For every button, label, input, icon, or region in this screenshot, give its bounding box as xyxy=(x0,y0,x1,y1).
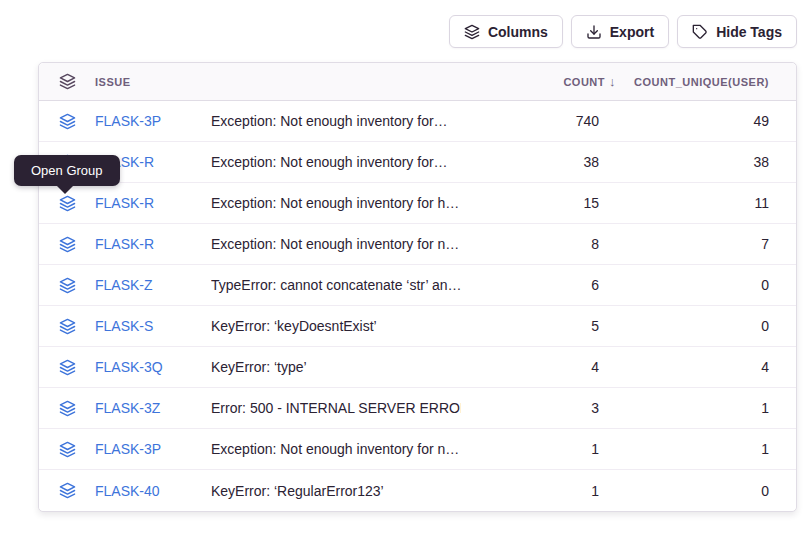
table-row: FLASK-S KeyError: ‘keyDoesntExist’ 5 0 xyxy=(39,306,796,347)
issue-link[interactable]: FLASK-Z xyxy=(95,277,193,293)
tag-icon xyxy=(692,24,708,40)
table-row: FLASK-40 KeyError: ‘RegularError123’ 1 0 xyxy=(39,470,796,511)
issue-description: KeyError: ‘RegularError123’ xyxy=(211,483,461,499)
table-row: FLASK-R Exception: Not enough inventory … xyxy=(39,224,796,265)
open-group-stack-icon[interactable] xyxy=(57,482,77,499)
toolbar: Columns Export Hide Tags xyxy=(449,15,797,48)
issue-description: Exception: Not enough inventory for n… xyxy=(211,236,461,252)
count-unique-value: 0 xyxy=(617,277,769,293)
count-unique-value: 7 xyxy=(617,236,769,252)
table-row: FLASK-R Exception: Not enough inventory … xyxy=(39,142,796,183)
count-value: 1 xyxy=(479,441,599,457)
issue-description: Exception: Not enough inventory for… xyxy=(211,154,461,170)
count-value: 5 xyxy=(479,318,599,334)
table-body: FLASK-3P Exception: Not enough inventory… xyxy=(39,101,796,511)
issue-description: Exception: Not enough inventory for… xyxy=(211,113,461,129)
issue-link[interactable]: FLASK-3Q xyxy=(95,359,193,375)
export-button[interactable]: Export xyxy=(571,15,669,48)
issue-description: KeyError: ‘keyDoesntExist’ xyxy=(211,318,461,334)
count-value: 15 xyxy=(479,195,599,211)
count-unique-value: 0 xyxy=(617,483,769,499)
open-group-tooltip-label: Open Group xyxy=(31,163,103,178)
page: Columns Export Hide Tags xyxy=(0,0,807,538)
count-value: 1 xyxy=(479,483,599,499)
open-group-tooltip: Open Group xyxy=(14,155,120,186)
table-row: FLASK-3Z Error: 500 - INTERNAL SERVER ER… xyxy=(39,388,796,429)
export-button-label: Export xyxy=(610,24,654,40)
columns-button-label: Columns xyxy=(488,24,548,40)
issue-description: Exception: Not enough inventory for n… xyxy=(211,441,461,457)
count-unique-value: 1 xyxy=(617,441,769,457)
layers-icon xyxy=(57,73,77,90)
open-group-stack-icon[interactable] xyxy=(57,195,77,212)
table-row: FLASK-3P Exception: Not enough inventory… xyxy=(39,101,796,142)
sort-descending-arrow-icon: ↓ xyxy=(609,74,616,89)
count-unique-value: 1 xyxy=(617,400,769,416)
count-value: 8 xyxy=(479,236,599,252)
count-unique-value: 11 xyxy=(617,195,769,211)
issue-description: KeyError: ‘type’ xyxy=(211,359,461,375)
issue-link[interactable]: FLASK-3Z xyxy=(95,400,193,416)
issue-description: TypeError: cannot concatenate ‘str’ an… xyxy=(211,277,461,293)
issues-table: ISSUE COUNT ↓ COUNT_UNIQUE(USER) FLASK-3… xyxy=(38,62,797,512)
count-value: 4 xyxy=(479,359,599,375)
count-unique-value: 0 xyxy=(617,318,769,334)
columns-button[interactable]: Columns xyxy=(449,15,563,48)
hide-tags-button[interactable]: Hide Tags xyxy=(677,15,797,48)
count-unique-value: 49 xyxy=(617,113,769,129)
open-group-stack-icon[interactable] xyxy=(57,400,77,417)
count-column-label: COUNT xyxy=(563,76,605,88)
issue-link[interactable]: FLASK-3P xyxy=(95,441,193,457)
issue-column-header[interactable]: ISSUE xyxy=(95,76,193,88)
layers-icon xyxy=(464,24,480,40)
table-row: FLASK-3Q KeyError: ‘type’ 4 4 xyxy=(39,347,796,388)
issue-link[interactable]: FLASK-R xyxy=(95,236,193,252)
count-column-header[interactable]: COUNT ↓ xyxy=(479,74,599,89)
issue-link[interactable]: FLASK-R xyxy=(95,195,193,211)
count-value: 740 xyxy=(479,113,599,129)
issue-link[interactable]: FLASK-40 xyxy=(95,483,193,499)
hide-tags-button-label: Hide Tags xyxy=(716,24,782,40)
count-unique-column-header[interactable]: COUNT_UNIQUE(USER) xyxy=(617,76,769,88)
count-value: 38 xyxy=(479,154,599,170)
count-unique-value: 4 xyxy=(617,359,769,375)
open-group-stack-icon[interactable] xyxy=(57,359,77,376)
table-header: ISSUE COUNT ↓ COUNT_UNIQUE(USER) xyxy=(39,63,796,101)
issue-description: Error: 500 - INTERNAL SERVER ERROR xyxy=(211,400,461,416)
count-value: 6 xyxy=(479,277,599,293)
count-value: 3 xyxy=(479,400,599,416)
table-row: FLASK-3P Exception: Not enough inventory… xyxy=(39,429,796,470)
download-icon xyxy=(586,24,602,40)
open-group-stack-icon[interactable] xyxy=(57,113,77,130)
open-group-stack-icon[interactable] xyxy=(57,277,77,294)
open-group-stack-icon[interactable] xyxy=(57,236,77,253)
open-group-stack-icon[interactable] xyxy=(57,441,77,458)
table-row: FLASK-Z TypeError: cannot concatenate ‘s… xyxy=(39,265,796,306)
table-row: FLASK-R Exception: Not enough inventory … xyxy=(39,183,796,224)
issue-link[interactable]: FLASK-S xyxy=(95,318,193,334)
count-unique-value: 38 xyxy=(617,154,769,170)
issue-description: Exception: Not enough inventory for h… xyxy=(211,195,461,211)
issue-link[interactable]: FLASK-3P xyxy=(95,113,193,129)
open-group-stack-icon[interactable] xyxy=(57,318,77,335)
